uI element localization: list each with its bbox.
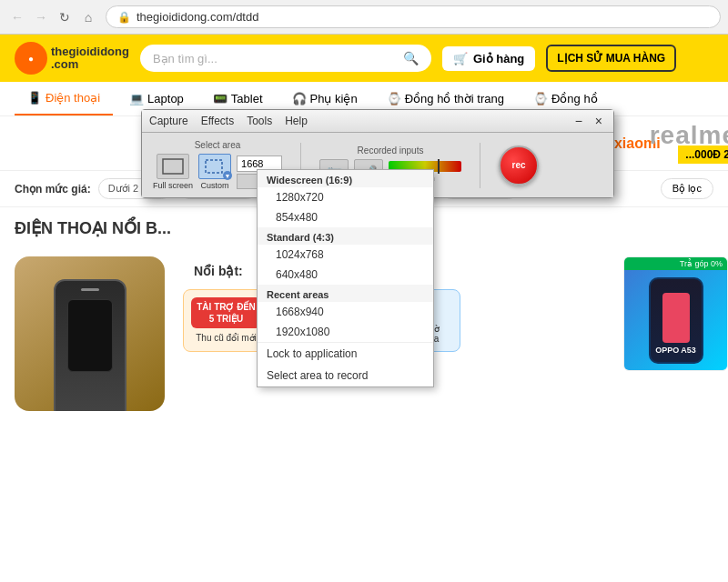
close-button[interactable]: × xyxy=(592,114,606,128)
volume-indicator xyxy=(438,159,440,174)
tablet-icon: 📟 xyxy=(213,92,228,105)
logo-text: thegioididong .com xyxy=(51,45,129,72)
site-header: ● thegioididong .com Bạn tìm gì... 🔍 🛒 G… xyxy=(0,35,728,82)
custom-btn[interactable]: ▼ Custom xyxy=(198,154,231,190)
lock-to-application[interactable]: Lock to application xyxy=(258,343,433,365)
full-screen-label: Full screen xyxy=(153,181,193,190)
capture-titlebar: Capture Effects Tools Help − × xyxy=(142,110,613,133)
price-banner: ...000Đ 2 xyxy=(678,146,728,164)
forward-button[interactable]: → xyxy=(31,7,51,27)
dropdown-854x480[interactable]: 854x480 xyxy=(258,207,433,227)
select-area-to-record[interactable]: Select area to record xyxy=(258,365,433,386)
history-label: LỊCH SỬ MUA HÀNG xyxy=(557,52,665,65)
oppo-a53-label: OPPO A53 xyxy=(651,346,702,355)
oppo-a53-card[interactable]: Trả góp 0% OPPO A53 xyxy=(623,256,728,371)
phone-icon: 📱 xyxy=(27,91,42,105)
thu-cu-label: Thu cũ đổi mới xyxy=(191,333,261,343)
oppo-a53-image: OPPO A53 xyxy=(624,270,727,370)
search-placeholder: Bạn tìm gì... xyxy=(153,52,396,65)
nav-item-dienthoai[interactable]: 📱 Điện thoại xyxy=(15,82,113,115)
svg-rect-0 xyxy=(163,159,183,174)
rec-button[interactable]: rec xyxy=(499,146,539,186)
cart-button[interactable]: 🛒 Giỏ hàng xyxy=(442,46,535,71)
cart-label: Giỏ hàng xyxy=(473,52,524,65)
dropdown-1920x1080[interactable]: 1920x1080 xyxy=(258,322,433,342)
tra-gop-badge: Trả góp 0% xyxy=(624,257,727,270)
back-button[interactable]: ← xyxy=(7,7,27,27)
full-screen-btn[interactable]: Full screen xyxy=(153,154,193,190)
custom-label: Custom xyxy=(201,181,229,190)
reload-button[interactable]: ↻ xyxy=(55,7,75,27)
svg-rect-1 xyxy=(206,160,222,173)
watch-icon: ⌚ xyxy=(387,92,401,105)
dropdown-1668x940[interactable]: 1668x940 xyxy=(258,302,433,322)
filter-button[interactable]: Bộ lọc xyxy=(661,178,713,199)
home-button[interactable]: ⌂ xyxy=(78,7,98,27)
divider-2 xyxy=(480,143,480,188)
nav-buttons: ← → ↻ ⌂ xyxy=(7,7,98,27)
menu-tools[interactable]: Tools xyxy=(247,115,272,127)
headphone-icon: 🎧 xyxy=(292,92,307,105)
window-controls: − × xyxy=(571,114,606,128)
minimize-button[interactable]: − xyxy=(571,114,586,128)
capture-menu: Capture Effects Tools Help xyxy=(149,115,308,127)
logo-area[interactable]: ● thegioididong .com xyxy=(15,42,129,75)
standard-header: Standard (4:3) xyxy=(258,227,433,245)
price-label: Chọn mức giá: xyxy=(15,183,91,196)
dropdown-1024x768[interactable]: 1024x768 xyxy=(258,245,433,265)
search-icon[interactable]: 🔍 xyxy=(403,51,419,65)
widescreen-header: Widescreen (16:9) xyxy=(258,170,433,187)
recent-header: Recent areas xyxy=(258,285,433,302)
full-screen-icon xyxy=(157,154,189,179)
website: ● thegioididong .com Bạn tìm gì... 🔍 🛒 G… xyxy=(0,35,728,578)
select-area-header: Select area xyxy=(195,140,241,150)
search-bar[interactable]: Bạn tìm gì... 🔍 xyxy=(140,45,431,72)
recorded-inputs-header: Recorded inputs xyxy=(358,146,424,156)
samsung-product-image xyxy=(15,256,165,411)
custom-icon: ▼ xyxy=(198,154,231,179)
rec-label: rec xyxy=(512,160,526,170)
menu-capture[interactable]: Capture xyxy=(149,115,188,127)
menu-help[interactable]: Help xyxy=(285,115,308,127)
lock-icon: 🔒 xyxy=(117,11,131,24)
url-text: thegioididong.com/dtdd xyxy=(136,10,709,24)
logo-icon: ● xyxy=(15,42,47,75)
browser-toolbar: ← → ↻ ⌂ 🔒 thegioididong.com/dtdd xyxy=(0,0,728,34)
dropdown-640x480[interactable]: 640x480 xyxy=(258,265,433,285)
history-button[interactable]: LỊCH SỬ MUA HÀNG xyxy=(546,45,676,72)
tai-tro-badge: TÀI TRỢ ĐẾN5 TRIỆU xyxy=(191,297,261,328)
address-bar[interactable]: 🔒 thegioididong.com/dtdd xyxy=(106,5,721,28)
cart-icon: 🛒 xyxy=(453,52,468,65)
menu-effects[interactable]: Effects xyxy=(201,115,234,127)
browser-chrome: ← → ↻ ⌂ 🔒 thegioididong.com/dtdd xyxy=(0,0,728,35)
dropdown-1280x720[interactable]: 1280x720 xyxy=(258,187,433,207)
resolution-dropdown-menu: Widescreen (16:9) 1280x720 854x480 Stand… xyxy=(257,169,434,387)
laptop-icon: 💻 xyxy=(129,92,144,105)
watch2-icon: ⌚ xyxy=(533,92,548,105)
